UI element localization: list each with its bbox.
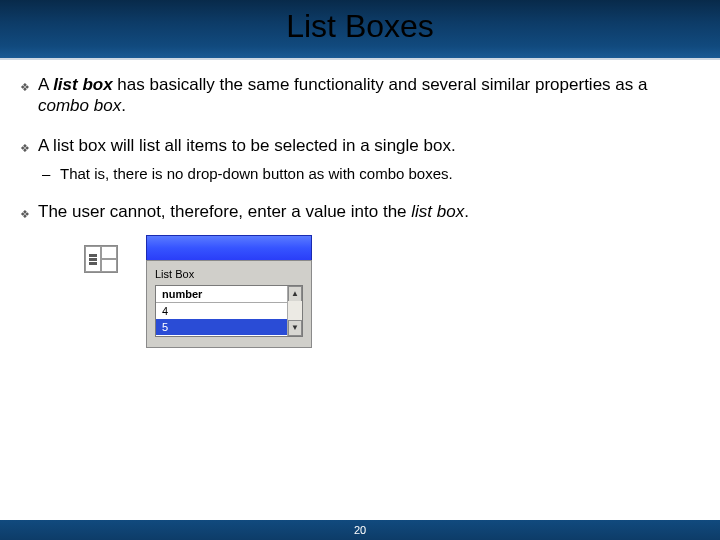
bullet-1-text: A list box has basically the same functi… [38, 74, 700, 117]
text: . [464, 202, 469, 221]
bullet-1: ❖ A list box has basically the same func… [20, 74, 700, 117]
slide-body: ❖ A list box has basically the same func… [0, 60, 720, 348]
window-body: List Box number 4 5 ▲ ▼ [146, 260, 312, 348]
listbox-item-selected[interactable]: 5 [156, 319, 302, 335]
diamond-bullet-icon: ❖ [20, 201, 38, 225]
text: . [121, 96, 126, 115]
listbox-header: number [156, 286, 302, 303]
listbox-item[interactable]: 4 [156, 303, 302, 319]
slide-title: List Boxes [0, 8, 720, 45]
scrollbar[interactable]: ▲ ▼ [287, 286, 302, 336]
scroll-down-icon[interactable]: ▼ [288, 320, 302, 336]
bullet-3-text: The user cannot, therefore, enter a valu… [38, 201, 700, 222]
scroll-track[interactable] [288, 301, 302, 321]
toolbox-palette-icon [84, 245, 118, 273]
figure: List Box number 4 5 ▲ ▼ [84, 235, 700, 348]
bullet-3: ❖ The user cannot, therefore, enter a va… [20, 201, 700, 225]
scroll-up-icon[interactable]: ▲ [288, 286, 302, 302]
term-combo-box: combo box [38, 96, 121, 115]
title-bar: List Boxes [0, 0, 720, 60]
diamond-bullet-icon: ❖ [20, 74, 38, 98]
listbox-label: List Box [155, 268, 303, 282]
term-list-box: list box [411, 202, 464, 221]
text: A [38, 75, 53, 94]
listbox-control[interactable]: number 4 5 ▲ ▼ [155, 285, 303, 337]
text: has basically the same functionality and… [113, 75, 648, 94]
bullet-2: ❖ A list box will list all items to be s… [20, 135, 700, 159]
listbox-example-panel: List Box number 4 5 ▲ ▼ [146, 235, 312, 348]
text: The user cannot, therefore, enter a valu… [38, 202, 411, 221]
bullet-2-sub-text: That is, there is no drop-down button as… [60, 165, 700, 184]
term-list-box: list box [53, 75, 113, 94]
window-titlebar [146, 235, 312, 260]
bullet-2-text: A list box will list all items to be sel… [38, 135, 700, 156]
bullet-2-sub: – That is, there is no drop-down button … [42, 165, 700, 184]
diamond-bullet-icon: ❖ [20, 135, 38, 159]
dash-bullet-icon: – [42, 165, 60, 184]
page-number: 20 [0, 524, 720, 536]
